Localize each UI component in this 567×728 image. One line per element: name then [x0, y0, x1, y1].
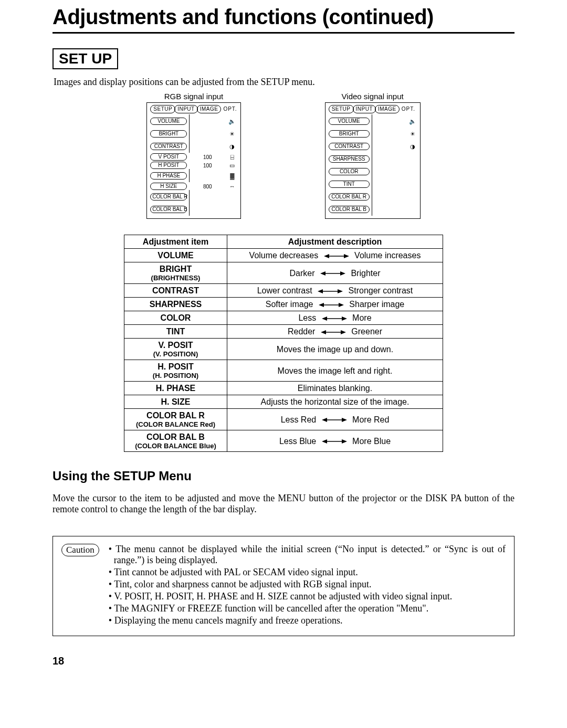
video-screen-block: Video signal input SETUPINPUTIMAGEOPT.VO…: [325, 92, 421, 219]
sun-icon: ☀: [408, 131, 417, 137]
caution-bullet: • Displaying the menu cancels magnify an…: [109, 615, 506, 626]
caution-bullets: • The menu cannot be displayed while the…: [109, 544, 506, 627]
video-screen: SETUPINPUTIMAGEOPT.VOLUME🔈BRIGHT☀CONTRAS…: [325, 102, 421, 219]
setup-bar: [372, 127, 372, 140]
table-row: COLORLess More: [124, 311, 443, 325]
caution-label: Caution: [61, 544, 99, 556]
menu-tab: INPUT: [353, 105, 376, 113]
setup-value: 100: [189, 155, 226, 160]
adjustment-description: Volume decreases Volume increases: [227, 249, 443, 262]
setup-bar: [189, 140, 190, 153]
menu-tab: SETUP: [150, 105, 175, 113]
adjustment-item: VOLUME: [124, 249, 227, 262]
adjustment-item: H. POSIT(H. POSITION): [124, 360, 227, 382]
setup-bar: [189, 169, 190, 182]
setup-value: 800: [189, 184, 226, 189]
svg-marker-13: [322, 316, 327, 321]
setup-item: H POSIT: [150, 162, 187, 169]
setup-item: BRIGHT: [150, 130, 187, 138]
setup-item: V POSIT: [150, 153, 187, 161]
svg-marker-7: [318, 289, 323, 293]
adjustment-item: COLOR BAL R(COLOR BALANCE Red): [124, 409, 227, 430]
page-number: 18: [52, 655, 514, 667]
adjustment-description: Eliminates blanking.: [227, 382, 443, 395]
caution-bullet: • V. POSIT, H. POSIT, H. PHASE and H. SI…: [109, 591, 506, 602]
setup-bar: [372, 152, 372, 165]
setup-value: 100: [189, 163, 226, 168]
svg-marker-10: [319, 303, 324, 307]
adjustment-item: COLOR BAL B(COLOR BALANCE Blue): [124, 430, 227, 452]
setup-item: COLOR BAL B: [329, 206, 370, 213]
video-screen-label: Video signal input: [342, 92, 404, 101]
caution-bullet: • The MAGNIFY or FREEZE function will be…: [109, 603, 506, 614]
svg-marker-5: [340, 271, 345, 276]
adjustment-description: Less Blue More Blue: [227, 430, 443, 452]
setup-item: COLOR BAL R: [150, 193, 187, 201]
svg-marker-8: [338, 289, 343, 293]
svg-marker-14: [342, 316, 347, 321]
table-row: TINTRedder Greener: [124, 325, 443, 339]
adjustment-item: COLOR: [124, 311, 227, 325]
table-row: H. PHASEEliminates blanking.: [124, 382, 443, 395]
adjustment-item: SHARPNESS: [124, 298, 227, 311]
adjustment-description: Darker Brighter: [227, 262, 443, 284]
setup-heading-box: SET UP: [52, 48, 118, 69]
setup-item: TINT: [329, 181, 370, 188]
svg-marker-20: [342, 418, 347, 422]
menu-tab-opt: OPT.: [402, 107, 415, 112]
svg-marker-2: [344, 254, 349, 258]
half-icon: ◑: [408, 144, 417, 150]
menu-tab: IMAGE: [197, 105, 222, 113]
adjustment-item: H. SIZE: [124, 395, 227, 409]
setup-bar: [189, 190, 190, 203]
setup-bar: [372, 203, 372, 216]
setup-item: VOLUME: [329, 118, 370, 125]
table-row: H. POSIT(H. POSITION)Moves the image lef…: [124, 360, 443, 382]
setup-item: COLOR BAL R: [329, 193, 370, 201]
adjustment-description: Redder Greener: [227, 325, 443, 339]
table-row: VOLUMEVolume decreases Volume increases: [124, 249, 443, 262]
adjustment-table: Adjustment item Adjustment description V…: [124, 235, 443, 452]
setup-bar: [372, 190, 372, 203]
setup-item: CONTRAST: [150, 143, 187, 150]
adjustment-description: Adjusts the horizontal size of the image…: [227, 395, 443, 409]
svg-marker-22: [322, 439, 327, 444]
table-row: H. SIZEAdjusts the horizontal size of th…: [124, 395, 443, 409]
svg-marker-1: [324, 254, 329, 258]
setup-bar: [189, 114, 190, 128]
svg-marker-17: [341, 330, 346, 334]
double-arrow-icon: [320, 270, 345, 277]
speaker-icon: 🔈: [408, 119, 417, 124]
adjustment-item: H. PHASE: [124, 382, 227, 395]
adjustment-description: Softer image Sharper image: [227, 298, 443, 311]
setup-item: CONTRAST: [329, 143, 370, 150]
rgb-screen: SETUPINPUTIMAGEOPT.VOLUME🔈BRIGHT☀CONTRAS…: [146, 102, 240, 219]
rect-icon: ▭: [228, 163, 236, 168]
setup-bar: [189, 203, 190, 216]
caution-bullet: • The menu cannot be displayed while the…: [109, 544, 506, 566]
double-arrow-icon: [322, 438, 347, 445]
adjustment-description: Lower contrast Stronger contrast: [227, 284, 443, 298]
adjustment-item: BRIGHT(BRIGHTNESS): [124, 262, 227, 284]
speaker-icon: 🔈: [228, 119, 236, 124]
table-row: V. POSIT(V. POSITION)Moves the image up …: [124, 339, 443, 360]
svg-marker-23: [342, 439, 347, 444]
double-arrow-icon: [321, 329, 346, 335]
using-paragraph: Move the cursor to the item to be adjust…: [52, 493, 514, 515]
table-row: CONTRASTLower contrast Stronger contrast: [124, 284, 443, 298]
sun-icon: ☀: [228, 131, 236, 137]
adjustment-description: Less Red More Red: [227, 409, 443, 430]
adjustment-item: V. POSIT(V. POSITION): [124, 339, 227, 360]
adjustment-description: Moves the image up and down.: [227, 339, 443, 360]
hsize-icon: ↔: [228, 184, 236, 189]
caution-bullet: • Tint cannot be adjusted with PAL or SE…: [109, 567, 506, 578]
svg-marker-11: [339, 303, 344, 307]
setup-item: H PHASE: [150, 172, 187, 180]
double-arrow-icon: [322, 417, 347, 423]
setup-bar: [372, 114, 372, 128]
title-rule: [52, 32, 514, 34]
table-row: COLOR BAL R(COLOR BALANCE Red)Less Red M…: [124, 409, 443, 430]
menu-tab-opt: OPT.: [223, 107, 237, 112]
setup-bar: [189, 127, 190, 140]
double-arrow-icon: [324, 253, 349, 259]
